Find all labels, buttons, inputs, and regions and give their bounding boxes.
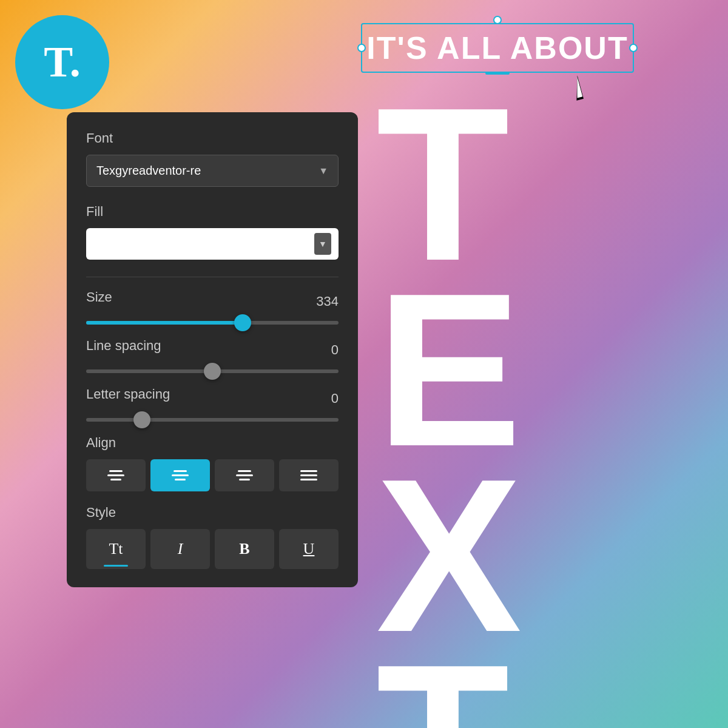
line-spacing-value: 0 bbox=[331, 342, 339, 358]
align-center-button[interactable] bbox=[150, 459, 210, 491]
font-select-value: Texgyreadventor-re bbox=[96, 164, 312, 178]
line-spacing-slider-thumb[interactable] bbox=[204, 363, 221, 380]
align-line bbox=[107, 474, 124, 476]
font-label: Font bbox=[86, 130, 339, 146]
style-underline-icon: U bbox=[303, 540, 315, 558]
bg-text-line-4: T bbox=[376, 648, 504, 728]
align-center-icon bbox=[172, 470, 189, 480]
size-section: Size 334 bbox=[86, 289, 339, 325]
align-line bbox=[300, 470, 317, 472]
selected-text-box[interactable]: IT'S ALL ABOUT bbox=[361, 23, 634, 73]
fill-color-row: ▼ bbox=[86, 228, 339, 260]
align-section: Align bbox=[86, 435, 339, 491]
align-label: Align bbox=[86, 435, 339, 451]
letter-spacing-label: Letter spacing bbox=[86, 386, 170, 402]
line-spacing-label: Line spacing bbox=[86, 338, 161, 354]
align-right-icon bbox=[236, 470, 253, 480]
align-justify-button[interactable] bbox=[279, 459, 339, 491]
font-select-row: Texgyreadventor-re ▼ bbox=[86, 155, 339, 187]
align-line bbox=[109, 470, 123, 472]
fill-dropdown-arrow[interactable]: ▼ bbox=[314, 233, 331, 255]
resize-handle-bottom[interactable] bbox=[485, 72, 510, 75]
style-regular-button[interactable]: Tt bbox=[86, 529, 146, 569]
letter-spacing-slider-track[interactable] bbox=[86, 418, 339, 422]
fill-label: Fill bbox=[86, 204, 339, 220]
align-line bbox=[174, 470, 187, 472]
style-regular-icon: Tt bbox=[109, 540, 123, 558]
align-line bbox=[238, 470, 251, 472]
logo-text: T. bbox=[44, 37, 81, 87]
align-buttons-group bbox=[86, 459, 339, 491]
line-spacing-slider-track[interactable] bbox=[86, 369, 339, 373]
align-line bbox=[172, 474, 189, 476]
font-section: Font Texgyreadventor-re ▼ bbox=[86, 130, 339, 187]
align-right-button[interactable] bbox=[215, 459, 274, 491]
selected-text-content: IT'S ALL ABOUT bbox=[366, 30, 628, 66]
align-line bbox=[300, 474, 317, 476]
align-line bbox=[300, 479, 317, 480]
size-slider-thumb[interactable] bbox=[234, 314, 251, 331]
bg-text-display: T E X T bbox=[376, 91, 728, 728]
font-select-dropdown[interactable]: Texgyreadventor-re ▼ bbox=[86, 155, 339, 187]
fill-color-box[interactable]: ▼ bbox=[86, 228, 339, 260]
letter-spacing-slider-thumb[interactable] bbox=[133, 411, 150, 428]
resize-handle-top[interactable] bbox=[493, 16, 502, 24]
size-slider-track[interactable] bbox=[86, 321, 339, 325]
letter-spacing-header: Letter spacing 0 bbox=[86, 386, 339, 411]
style-label: Style bbox=[86, 505, 339, 521]
style-italic-button[interactable]: I bbox=[150, 529, 210, 569]
style-section: Style Tt I B U bbox=[86, 505, 339, 569]
font-dropdown-arrow: ▼ bbox=[318, 166, 328, 177]
style-buttons-group: Tt I B U bbox=[86, 529, 339, 569]
divider-1 bbox=[86, 277, 339, 277]
resize-handle-right[interactable] bbox=[629, 44, 638, 52]
resize-handle-left[interactable] bbox=[357, 44, 366, 52]
align-line bbox=[239, 479, 250, 480]
line-spacing-header: Line spacing 0 bbox=[86, 338, 339, 362]
size-value: 334 bbox=[316, 294, 339, 309]
align-left-icon bbox=[107, 470, 124, 480]
app-logo[interactable]: T. bbox=[15, 15, 109, 109]
fill-section: Fill ▼ bbox=[86, 204, 339, 260]
style-bold-icon: B bbox=[239, 540, 249, 558]
size-header: Size 334 bbox=[86, 289, 339, 314]
align-line bbox=[175, 479, 186, 480]
align-left-button[interactable] bbox=[86, 459, 146, 491]
align-line bbox=[236, 474, 253, 476]
style-bold-button[interactable]: B bbox=[215, 529, 274, 569]
style-italic-icon: I bbox=[178, 540, 183, 558]
letter-spacing-section: Letter spacing 0 bbox=[86, 386, 339, 422]
size-slider-fill bbox=[86, 321, 243, 325]
letter-spacing-value: 0 bbox=[331, 391, 339, 406]
size-label: Size bbox=[86, 289, 112, 305]
line-spacing-section: Line spacing 0 bbox=[86, 338, 339, 373]
sidebar-panel: Font Texgyreadventor-re ▼ Fill ▼ Size 33… bbox=[67, 112, 358, 587]
align-justify-icon bbox=[300, 470, 317, 480]
style-underline-button[interactable]: U bbox=[279, 529, 339, 569]
align-line bbox=[110, 479, 121, 480]
